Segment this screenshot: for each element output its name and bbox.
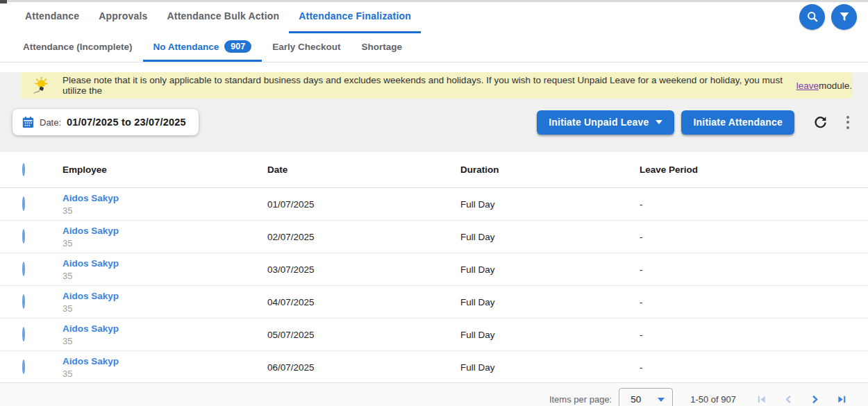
row-date: 04/07/2025 <box>267 297 460 307</box>
row-leave-period: - <box>640 362 868 373</box>
employee-name-link[interactable]: Aidos Sakyp <box>62 356 267 367</box>
date-range-filter[interactable]: Date: 01/07/2025 to 23/07/2025 <box>12 109 199 135</box>
column-header-date: Date <box>267 164 460 175</box>
row-select-radio[interactable] <box>22 294 25 309</box>
employee-id: 35 <box>62 369 267 379</box>
subtab-early-checkout[interactable]: Early Checkout <box>262 33 351 62</box>
employee-name-link[interactable]: Aidos Sakyp <box>62 193 267 204</box>
row-leave-period: - <box>640 264 868 275</box>
date-range-value: 01/07/2025 to 23/07/2025 <box>67 117 186 128</box>
subtab-attendance-incomplete[interactable]: Attendance (Incomplete) <box>12 33 143 62</box>
attendance-finalization-page: Attendance Approvals Attendance Bulk Act… <box>0 0 868 406</box>
next-page-icon[interactable] <box>809 394 821 405</box>
no-attendance-table: Employee Date Duration Leave Period Aido… <box>0 152 868 382</box>
table-row: Aidos Sakyp 35 05/07/2025 Full Day - <box>0 319 868 351</box>
subtab-label: Early Checkout <box>272 42 340 52</box>
date-filter-label: Date: <box>40 117 61 128</box>
row-select-radio[interactable] <box>22 327 25 341</box>
previous-page-icon[interactable] <box>783 394 794 405</box>
row-date: 02/07/2025 <box>267 232 460 242</box>
row-leave-period: - <box>640 232 868 242</box>
search-button[interactable] <box>799 4 825 30</box>
row-date: 06/07/2025 <box>267 362 460 373</box>
employee-name-link[interactable]: Aidos Sakyp <box>62 291 267 302</box>
row-select-radio[interactable] <box>22 196 25 211</box>
sub-tab-bar: Attendance (Incomplete) No Attendance 90… <box>0 33 868 62</box>
column-header-leave-period: Leave Period <box>640 164 868 175</box>
employee-name-link[interactable]: Aidos Sakyp <box>62 323 267 335</box>
initiate-unpaid-leave-label: Initiate Unpaid Leave <box>549 117 649 128</box>
kebab-menu-icon[interactable] <box>842 112 854 133</box>
notice-banner: Please note that it is only applicable t… <box>21 72 852 99</box>
table-row: Aidos Sakyp 35 01/07/2025 Full Day - <box>0 188 868 221</box>
initiate-unpaid-leave-button[interactable]: Initiate Unpaid Leave <box>537 110 674 135</box>
lightbulb-icon <box>32 76 49 95</box>
row-duration: Full Day <box>460 232 640 242</box>
employee-id: 35 <box>62 336 267 346</box>
screen-corner-artifact <box>0 0 7 3</box>
subtab-shortage[interactable]: Shortage <box>351 33 412 62</box>
row-leave-period: - <box>640 330 868 340</box>
pager-controls <box>755 393 849 406</box>
table-header-row: Employee Date Duration Leave Period <box>0 152 868 188</box>
filter-icon <box>838 10 851 23</box>
column-header-employee: Employee <box>62 164 267 175</box>
row-leave-period: - <box>640 199 868 210</box>
toolbar: Date: 01/07/2025 to 23/07/2025 Initiate … <box>0 109 868 135</box>
column-header-duration: Duration <box>460 164 640 175</box>
select-caret-icon <box>658 398 665 402</box>
row-duration: Full Day <box>460 362 640 373</box>
row-duration: Full Day <box>460 330 640 340</box>
tab-attendance[interactable]: Attendance <box>15 0 89 33</box>
subtab-no-attendance[interactable]: No Attendance 907 <box>143 33 262 62</box>
employee-id: 35 <box>62 303 267 314</box>
initiate-attendance-label: Initiate Attendance <box>693 117 783 128</box>
select-all-radio[interactable] <box>22 163 25 176</box>
first-page-icon[interactable] <box>755 393 768 406</box>
toolbar-actions: Initiate Unpaid Leave Initiate Attendanc… <box>537 110 854 135</box>
subtab-label: Attendance (Incomplete) <box>23 42 133 52</box>
subtab-label: Shortage <box>361 42 402 52</box>
page-size-select[interactable]: 50 <box>619 388 673 406</box>
employee-name-link[interactable]: Aidos Sakyp <box>62 258 267 269</box>
row-leave-period: - <box>640 297 868 307</box>
employee-id: 35 <box>62 238 267 248</box>
employee-name-link[interactable]: Aidos Sakyp <box>62 226 267 237</box>
row-select-radio[interactable] <box>22 229 25 244</box>
row-date: 03/07/2025 <box>267 264 460 275</box>
tab-approvals[interactable]: Approvals <box>89 0 157 33</box>
table-row: Aidos Sakyp 35 04/07/2025 Full Day - <box>0 286 868 319</box>
row-duration: Full Day <box>460 264 640 275</box>
table-row: Aidos Sakyp 35 06/07/2025 Full Day - <box>0 351 868 382</box>
row-date: 05/07/2025 <box>267 330 460 340</box>
notice-text: Please note that it is only applicable t… <box>62 75 796 96</box>
filter-section: Please note that it is only applicable t… <box>0 72 868 152</box>
page-size-value: 50 <box>631 394 641 405</box>
dropdown-caret-icon <box>656 120 662 124</box>
row-duration: Full Day <box>460 297 640 307</box>
tab-attendance-bulk-action[interactable]: Attendance Bulk Action <box>158 0 290 33</box>
screen-top-edge <box>0 0 868 2</box>
items-per-page-label: Items per page: <box>549 394 612 405</box>
employee-id: 35 <box>62 271 267 281</box>
search-icon <box>806 10 819 24</box>
table-row: Aidos Sakyp 35 02/07/2025 Full Day - <box>0 221 868 253</box>
tab-attendance-finalization[interactable]: Attendance Finalization <box>289 0 421 33</box>
subtab-label: No Attendance <box>153 42 219 52</box>
no-attendance-count-badge: 907 <box>224 40 251 53</box>
notice-text-suffix: module. <box>819 81 852 91</box>
row-select-radio[interactable] <box>22 360 25 374</box>
row-select-radio[interactable] <box>22 262 25 276</box>
leave-module-link[interactable]: leave <box>796 81 819 91</box>
last-page-icon[interactable] <box>835 393 849 406</box>
pagination-bar: Items per page: 50 1-50 of 907 <box>0 382 868 406</box>
initiate-attendance-button[interactable]: Initiate Attendance <box>681 110 794 135</box>
refresh-button[interactable] <box>811 113 830 132</box>
pagination-range-text: 1-50 of 907 <box>690 394 736 405</box>
table-body: Aidos Sakyp 35 01/07/2025 Full Day - Aid… <box>0 188 868 382</box>
calendar-icon <box>22 116 34 128</box>
filter-button[interactable] <box>831 4 857 30</box>
row-duration: Full Day <box>460 199 640 210</box>
row-date: 01/07/2025 <box>267 199 460 210</box>
refresh-icon <box>813 115 828 130</box>
